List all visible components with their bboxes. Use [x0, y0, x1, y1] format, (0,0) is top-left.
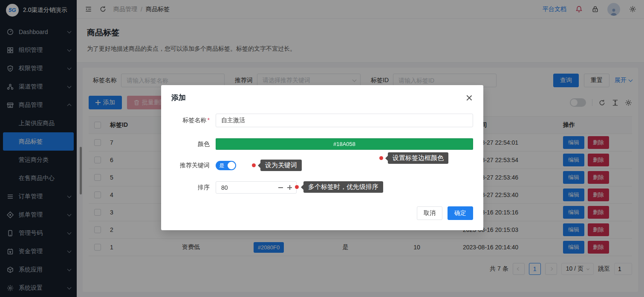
dialog-footer: 取消 确定: [171, 206, 473, 220]
required-asterisk: *: [208, 117, 210, 123]
tooltip-bubble: 设为关键词: [260, 160, 302, 171]
close-icon[interactable]: [465, 94, 473, 102]
dialog-tag-name-input[interactable]: [216, 114, 473, 127]
form-row-color: 颜色 #18A058 设置标签边框颜色: [171, 138, 473, 150]
color-field-label: 颜色: [171, 140, 210, 148]
minus-icon[interactable]: [278, 185, 283, 190]
dialog-title: 添加: [171, 93, 186, 103]
name-field-label: 标签名称*: [171, 117, 210, 124]
red-dot-icon: [379, 156, 383, 160]
keyword-toggle[interactable]: 是: [216, 161, 236, 170]
sort-number-input[interactable]: 80: [216, 181, 297, 194]
add-tag-dialog: 添加 标签名称* 颜色 #18A058 设置标签边框颜色: [161, 85, 483, 230]
plus-icon[interactable]: [287, 185, 292, 190]
red-dot-icon: [295, 185, 299, 189]
dialog-header: 添加: [171, 93, 473, 103]
keyword-field-label: 推荐关键词: [171, 162, 210, 169]
form-row-sort: 排序 80 多个标签时，优先级排序: [171, 181, 473, 194]
keyword-tooltip: 设为关键词: [252, 160, 302, 171]
sort-tooltip: 多个标签时，优先级排序: [295, 181, 383, 193]
confirm-button[interactable]: 确定: [448, 206, 473, 220]
color-picker-bar[interactable]: #18A058: [216, 138, 473, 150]
cancel-button[interactable]: 取消: [417, 206, 442, 220]
sort-field-label: 排序: [171, 184, 210, 191]
form-row-keyword: 推荐关键词 是 设为关键词: [171, 161, 473, 170]
dialog-body: 标签名称* 颜色 #18A058 设置标签边框颜色 推荐关键词 是: [171, 114, 473, 194]
red-dot-icon: [252, 163, 256, 167]
app-window: 5G 2.0渠道分销演示 Dashboard 组织管理 权限管理 渠道管理: [0, 0, 644, 297]
form-row-name: 标签名称*: [171, 114, 473, 127]
tooltip-bubble: 多个标签时，优先级排序: [303, 181, 383, 193]
